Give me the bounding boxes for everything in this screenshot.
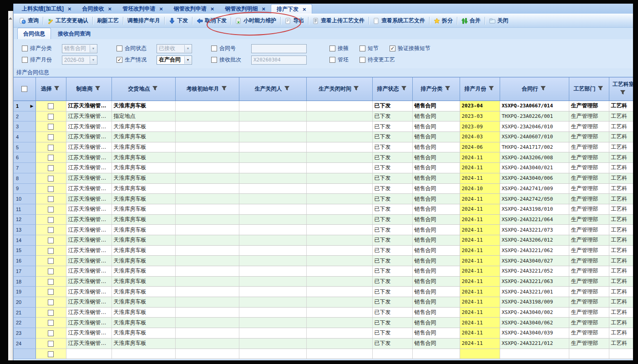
tab-contract-receive[interactable]: 合同接收×: [77, 4, 117, 14]
process-office-cell[interactable]: 工艺科: [609, 214, 633, 225]
process-dept-cell[interactable]: 生产管理部: [569, 297, 609, 308]
delivery-place-cell[interactable]: 天淮库房车板: [111, 256, 175, 266]
view-system-process-files-button[interactable]: 查看系统工艺文件: [370, 15, 428, 26]
manufacturer-cell[interactable]: 江苏天淮钢管…: [66, 225, 111, 235]
row-number-cell[interactable]: 7: [14, 163, 35, 173]
manufacturer-cell[interactable]: 江苏天淮钢管…: [66, 194, 111, 204]
manufacturer-cell[interactable]: 江苏天淮钢管…: [66, 173, 111, 183]
production-closer-cell[interactable]: [239, 111, 306, 121]
scheduling-category-cell[interactable]: 销售合同: [412, 142, 460, 152]
filter-contract-status-checkbox[interactable]: [116, 46, 122, 51]
manufacturer-cell[interactable]: 江苏天淮钢管…: [66, 338, 111, 349]
process-dept-cell[interactable]: 生产管理部: [569, 194, 609, 204]
row-number-cell[interactable]: 17: [14, 266, 35, 277]
assess-start-month-cell[interactable]: [175, 328, 239, 339]
production-close-time-cell[interactable]: [306, 235, 372, 245]
production-close-time-cell[interactable]: [306, 173, 372, 183]
row-number-cell[interactable]: 24: [14, 338, 35, 349]
delivery-place-cell[interactable]: 指定地点: [111, 111, 175, 121]
row-number-cell[interactable]: 9: [14, 183, 35, 194]
manufacturer-cell[interactable]: 江苏天淮钢管…: [66, 287, 111, 297]
row-select-cell[interactable]: [35, 276, 66, 287]
tab-close-icon[interactable]: ×: [262, 6, 265, 12]
subtab-received-contract-query[interactable]: 接收合同查询: [52, 28, 96, 39]
scheduling-month-cell[interactable]: 2024-11: [460, 245, 500, 256]
row-select-cell[interactable]: [35, 225, 66, 235]
production-closer-cell[interactable]: [239, 121, 306, 132]
scheduling-status-cell[interactable]: 已下发: [372, 245, 412, 256]
row-select-cell[interactable]: [35, 256, 66, 266]
filter-production-status-select[interactable]: 在产合同▼: [157, 56, 192, 65]
row-select-cell[interactable]: [35, 163, 66, 173]
production-closer-cell[interactable]: [239, 163, 306, 173]
manufacturer-cell[interactable]: 江苏天淮钢管…: [66, 307, 111, 318]
scheduling-status-cell[interactable]: 已下发: [372, 328, 412, 339]
production-close-time-cell[interactable]: [306, 163, 372, 173]
row-number-cell[interactable]: 5: [14, 142, 35, 152]
contract-line-cell[interactable]: XSXPQ-24A3198/010: [500, 204, 569, 214]
process-office-cell[interactable]: 工艺科: [609, 235, 633, 245]
row-number-cell[interactable]: 11: [14, 204, 35, 214]
assess-start-month-cell[interactable]: [175, 111, 239, 121]
row-select-cell[interactable]: [35, 132, 66, 142]
row-checkbox[interactable]: [48, 248, 54, 254]
chevron-down-icon[interactable]: ▼: [184, 56, 191, 64]
scheduling-status-cell[interactable]: 已下发: [372, 101, 412, 111]
production-closer-cell[interactable]: [239, 173, 306, 183]
merge-button[interactable]: 合并: [458, 15, 484, 26]
column-header-production-closer[interactable]: 生产关闭人: [239, 77, 306, 101]
row-checkbox[interactable]: [48, 176, 54, 182]
process-office-cell[interactable]: [609, 349, 633, 359]
row-checkbox[interactable]: [48, 351, 54, 357]
column-header-scheduling-status[interactable]: 排产状态: [372, 77, 412, 101]
delivery-place-cell[interactable]: 天淮库房车板: [111, 183, 175, 194]
row-select-cell[interactable]: [35, 183, 66, 194]
manufacturer-cell[interactable]: 江苏天淮钢管…: [66, 266, 111, 277]
delivery-place-cell[interactable]: 天淮库房车板: [111, 142, 175, 152]
scheduling-status-cell[interactable]: 已下发: [372, 163, 412, 173]
contract-line-cell[interactable]: XSXPQ-24A3221/063: [500, 276, 569, 287]
tab-pipe-regrade-detail[interactable]: 钢管改判明细×: [219, 4, 271, 14]
scheduling-category-cell[interactable]: 销售合同: [412, 194, 460, 204]
production-close-time-cell[interactable]: [306, 256, 372, 266]
scheduling-status-cell[interactable]: 已下发: [372, 142, 412, 152]
row-checkbox[interactable]: [48, 145, 54, 151]
process-dept-cell[interactable]: 生产管理部: [569, 142, 609, 152]
contract-line-cell[interactable]: XSXPQ-24A3040/027: [500, 256, 569, 266]
delivery-place-cell[interactable]: 天淮库房车板: [111, 204, 175, 214]
contract-line-cell[interactable]: THXPQ-24A1717/002: [500, 142, 569, 152]
row-checkbox[interactable]: [48, 330, 54, 336]
scheduling-month-cell[interactable]: 2024-11: [460, 307, 500, 318]
row-number-cell[interactable]: 4: [14, 132, 35, 142]
assess-start-month-cell[interactable]: [175, 194, 239, 204]
delivery-place-cell[interactable]: 天淮库房车板: [111, 245, 175, 256]
production-closer-cell[interactable]: [239, 297, 306, 308]
production-closer-cell[interactable]: [239, 318, 306, 328]
process-dept-cell[interactable]: 生产管理部: [569, 338, 609, 349]
filter-scheduling-month-checkbox[interactable]: [22, 57, 28, 63]
scheduling-category-cell[interactable]: 销售合同: [412, 235, 460, 245]
production-closer-cell[interactable]: [239, 328, 306, 339]
scheduling-status-cell[interactable]: 已下发: [372, 132, 412, 142]
process-office-cell[interactable]: 工艺科: [609, 256, 633, 266]
process-dept-cell[interactable]: 生产管理部: [569, 183, 609, 194]
contract-line-cell[interactable]: XSXPQ-24A3221/012: [500, 338, 569, 349]
production-close-time-cell[interactable]: [306, 132, 372, 142]
production-closer-cell[interactable]: [239, 266, 306, 277]
process-office-cell[interactable]: 工艺科: [609, 194, 633, 204]
process-dept-cell[interactable]: 生产管理部: [569, 132, 609, 142]
scheduling-category-cell[interactable]: 销售合同: [412, 276, 460, 287]
row-select-cell[interactable]: [35, 121, 66, 132]
scheduling-status-cell[interactable]: 已下发: [372, 318, 412, 328]
process-office-cell[interactable]: 工艺科: [609, 111, 633, 121]
column-header-assess-start-month[interactable]: 考核初始年月: [175, 77, 239, 101]
process-office-cell[interactable]: 工艺科: [609, 163, 633, 173]
production-close-time-cell[interactable]: [306, 111, 372, 121]
delivery-place-cell[interactable]: 天淮库房车板: [111, 163, 175, 173]
scheduling-month-cell[interactable]: 2024-11: [460, 318, 500, 328]
manufacturer-cell[interactable]: 江苏天淮钢管…: [66, 121, 111, 132]
scheduling-status-cell[interactable]: 已下发: [372, 194, 412, 204]
scheduling-status-cell[interactable]: 已下发: [372, 338, 412, 349]
scheduling-month-cell[interactable]: 2024-11: [460, 204, 500, 214]
production-close-time-cell[interactable]: [306, 214, 372, 225]
